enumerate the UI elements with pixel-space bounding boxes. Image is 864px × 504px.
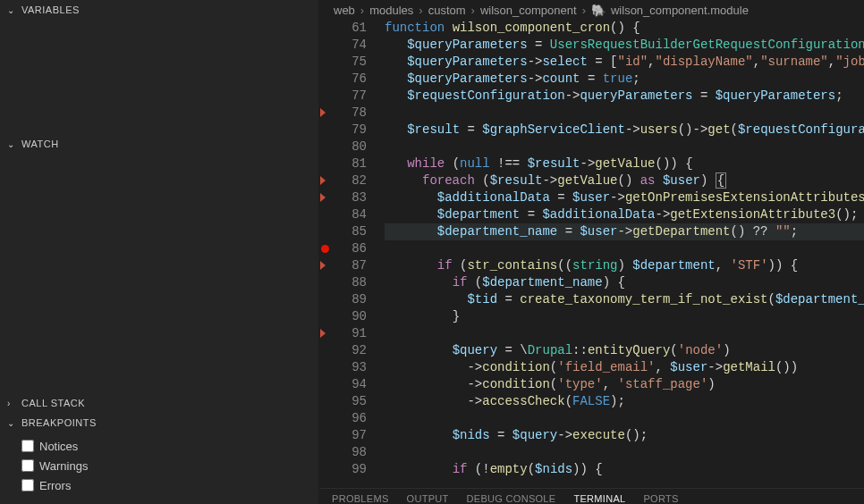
breakpoint-category[interactable]: Warnings xyxy=(21,456,318,475)
crumb[interactable]: wilson_component xyxy=(480,4,577,17)
crumb[interactable]: web xyxy=(334,4,355,17)
chevron-down-icon: ⌄ xyxy=(7,5,18,15)
panel-header-callstack[interactable]: › CALL STACK xyxy=(0,393,318,413)
php-file-icon: 🐘 xyxy=(591,4,606,17)
chevron-right-icon: › xyxy=(582,4,586,17)
tab-output[interactable]: OUTPUT xyxy=(407,493,449,504)
gutter-marker-icon xyxy=(320,329,326,338)
chevron-right-icon: › xyxy=(360,4,364,17)
tab-problems[interactable]: PROBLEMS xyxy=(332,493,389,504)
chevron-right-icon: › xyxy=(471,4,475,17)
watch-body xyxy=(0,154,318,393)
panel-title: WATCH xyxy=(21,139,59,149)
breakpoint-checkbox[interactable] xyxy=(21,479,34,491)
crumb[interactable]: modules xyxy=(369,4,413,17)
gutter-marker-icon xyxy=(320,193,326,202)
glyph-margin[interactable] xyxy=(319,20,330,488)
code-editor[interactable]: 6174757677787980818283848586878889909192… xyxy=(319,20,864,488)
crumb[interactable]: custom xyxy=(428,4,466,17)
chevron-down-icon: ⌄ xyxy=(7,139,18,149)
breadcrumb[interactable]: web › modules › custom › wilson_componen… xyxy=(319,0,864,20)
breakpoint-checkbox[interactable] xyxy=(21,459,34,472)
debug-sidebar: ⌄ VARIABLES ⌄ WATCH › CALL STACK ⌄ BREAK… xyxy=(0,0,319,504)
gutter-marker-icon xyxy=(320,176,326,185)
panel-header-variables[interactable]: ⌄ VARIABLES xyxy=(0,0,318,20)
chevron-down-icon: ⌄ xyxy=(7,418,18,428)
tab-ports[interactable]: PORTS xyxy=(643,493,678,504)
panel-header-breakpoints[interactable]: ⌄ BREAKPOINTS xyxy=(0,413,318,433)
breakpoint-category[interactable]: Errors xyxy=(21,475,318,495)
breakpoint-label: Warnings xyxy=(39,459,88,473)
breakpoint-label: Notices xyxy=(39,440,78,453)
panel-title: BREAKPOINTS xyxy=(21,417,97,428)
line-number-gutter[interactable]: 6174757677787980818283848586878889909192… xyxy=(330,20,379,488)
crumb[interactable]: wilson_component.module xyxy=(611,4,749,17)
breakpoints-list: Notices Warnings Errors xyxy=(0,433,318,495)
breakpoint-checkbox[interactable] xyxy=(21,440,34,452)
editor-pane: web › modules › custom › wilson_componen… xyxy=(319,0,864,504)
panel-title: VARIABLES xyxy=(21,4,80,15)
chevron-right-icon: › xyxy=(7,399,18,408)
gutter-marker-icon xyxy=(320,108,326,117)
breakpoint-label: Errors xyxy=(39,479,71,492)
code-content[interactable]: function wilson_component_cron() { $quer… xyxy=(379,20,864,488)
breakpoint-category[interactable]: Notices xyxy=(21,436,318,456)
bottom-panel-tabs: PROBLEMS OUTPUT DEBUG CONSOLE TERMINAL P… xyxy=(319,488,864,504)
chevron-right-icon: › xyxy=(419,4,422,17)
tab-terminal[interactable]: TERMINAL xyxy=(573,493,625,504)
panel-header-watch[interactable]: ⌄ WATCH xyxy=(0,134,318,154)
gutter-marker-icon xyxy=(320,261,326,270)
panel-title: CALL STACK xyxy=(21,398,85,408)
tab-debug-console[interactable]: DEBUG CONSOLE xyxy=(467,493,556,504)
breakpoint-dot-icon[interactable] xyxy=(321,245,329,253)
variables-body xyxy=(0,20,318,134)
